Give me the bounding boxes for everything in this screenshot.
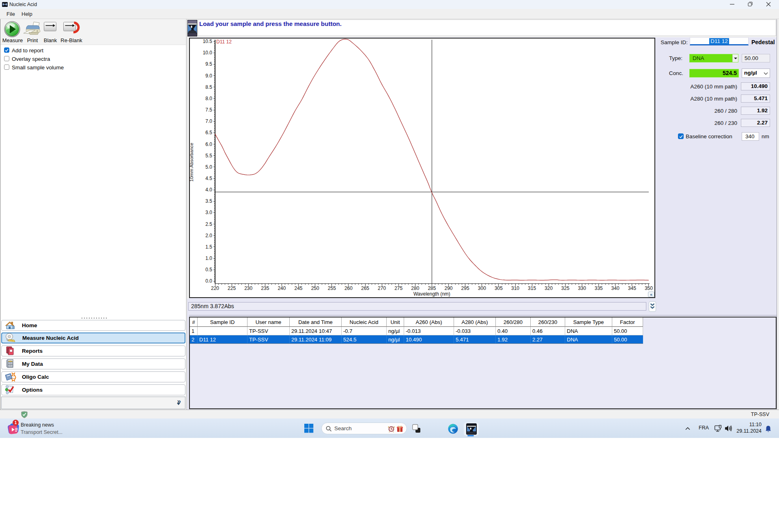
svg-text:350: 350 xyxy=(645,285,653,291)
svg-text:280: 280 xyxy=(411,285,419,291)
svg-text:235: 235 xyxy=(261,285,269,291)
svg-text:255: 255 xyxy=(328,285,336,291)
svg-text:3.5: 3.5 xyxy=(205,198,212,204)
svg-text:270: 270 xyxy=(378,285,386,291)
svg-text:10mm Absorbance: 10mm Absorbance xyxy=(190,143,194,182)
svg-text:275: 275 xyxy=(394,285,402,291)
svg-text:225: 225 xyxy=(228,285,236,291)
svg-text:10.5: 10.5 xyxy=(203,39,213,44)
svg-text:285: 285 xyxy=(428,285,436,291)
svg-text:245: 245 xyxy=(294,285,302,291)
svg-text:0.5: 0.5 xyxy=(205,267,212,272)
svg-text:3.0: 3.0 xyxy=(205,210,212,215)
svg-text:9.0: 9.0 xyxy=(205,73,212,79)
svg-text:8.5: 8.5 xyxy=(205,84,212,90)
svg-text:7.5: 7.5 xyxy=(205,107,212,113)
svg-text:345: 345 xyxy=(628,285,636,291)
svg-text:0.0: 0.0 xyxy=(205,278,212,284)
svg-text:6.5: 6.5 xyxy=(205,130,212,135)
svg-text:220: 220 xyxy=(211,285,219,291)
svg-text:4.0: 4.0 xyxy=(205,187,212,193)
svg-text:340: 340 xyxy=(611,285,620,291)
svg-text:6.0: 6.0 xyxy=(205,142,212,147)
svg-text:7.0: 7.0 xyxy=(205,118,212,124)
svg-text:2.0: 2.0 xyxy=(205,233,212,238)
svg-text:335: 335 xyxy=(594,285,603,291)
svg-text:330: 330 xyxy=(578,285,586,291)
svg-text:325: 325 xyxy=(561,285,569,291)
svg-text:1.0: 1.0 xyxy=(205,255,212,261)
svg-text:295: 295 xyxy=(461,285,469,291)
svg-text:315: 315 xyxy=(528,285,536,291)
svg-text:2.5: 2.5 xyxy=(205,221,212,227)
svg-text:5.5: 5.5 xyxy=(205,153,212,159)
svg-text:260: 260 xyxy=(344,285,353,291)
svg-text:D11 12: D11 12 xyxy=(216,39,232,45)
svg-text:8.0: 8.0 xyxy=(205,96,212,101)
svg-text:230: 230 xyxy=(244,285,252,291)
svg-text:10.0: 10.0 xyxy=(203,50,213,56)
svg-text:305: 305 xyxy=(495,285,503,291)
svg-text:250: 250 xyxy=(311,285,319,291)
svg-text:310: 310 xyxy=(511,285,519,291)
svg-text:265: 265 xyxy=(361,285,369,291)
svg-text:5.0: 5.0 xyxy=(205,164,212,170)
svg-text:4.5: 4.5 xyxy=(205,176,212,181)
svg-text:320: 320 xyxy=(544,285,553,291)
svg-text:290: 290 xyxy=(444,285,452,291)
svg-text:Wavelength (nm): Wavelength (nm) xyxy=(413,291,450,297)
svg-text:300: 300 xyxy=(478,285,486,291)
svg-text:1.5: 1.5 xyxy=(205,244,212,250)
svg-text:240: 240 xyxy=(278,285,286,291)
svg-text:9.5: 9.5 xyxy=(205,61,212,67)
